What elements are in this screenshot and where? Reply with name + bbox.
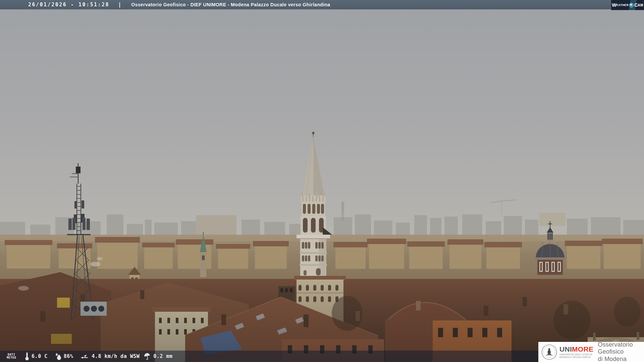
precipitation-value: 0.2 mm [153,353,172,359]
weathercam-cam-text: AM [638,3,643,7]
wind-vane-icon [80,353,89,360]
precipitation-reading: 0.2 mm [144,352,172,360]
weathercam-weather-initial: W [612,2,616,8]
webcam-photo [0,0,644,362]
timestamp: 26/01/2026 - 10:51:28 [28,2,109,8]
rain-icon [143,352,152,361]
observatory-name: Osservatorio Geofisico di Modena [598,341,644,362]
unimore-branding[interactable]: UNIMORE UNIVERSITÀ DEGLI STUDI DI MODENA… [538,342,644,362]
wind-reading: 4.8 km/h da WSW [80,353,140,360]
temperature-value: 6.0 C [32,353,48,359]
weathercam-logo[interactable]: W EATHER C AM [611,0,644,10]
temperature-reading: 6.0 C [25,352,48,361]
humidity-reading: 86% [55,352,73,360]
camera-lens-icon [629,3,634,7]
page-title: Osservatorio Geofisico - DIEF UNIMORE - … [131,2,330,7]
separator: | [118,2,121,8]
humidity-icon [55,352,61,360]
thermometer-icon [25,352,29,361]
weathercam-weather-text: EATHER [616,3,629,7]
unimore-uni-text: UNI [559,345,572,353]
weathercam-cam-initial: C [634,2,638,8]
unimore-subtitle: UNIVERSITÀ DEGLI STUDI DI MODENA E REGGI… [559,353,593,359]
header-bar: 26/01/2026 - 10:51:28 | Osservatorio Geo… [0,0,644,9]
webcam-page: 26/01/2026 - 10:51:28 | Osservatorio Geo… [0,0,644,362]
humidity-value: 86% [64,353,73,359]
wind-value: 4.8 km/h da WSW [92,353,140,359]
unimore-wordmark: UNIMORE UNIVERSITÀ DEGLI STUDI DI MODENA… [559,346,593,359]
unimore-seal-icon [541,344,557,360]
weather-data-label: DATI METEO [7,353,16,360]
unimore-more-text: MORE [572,345,593,353]
